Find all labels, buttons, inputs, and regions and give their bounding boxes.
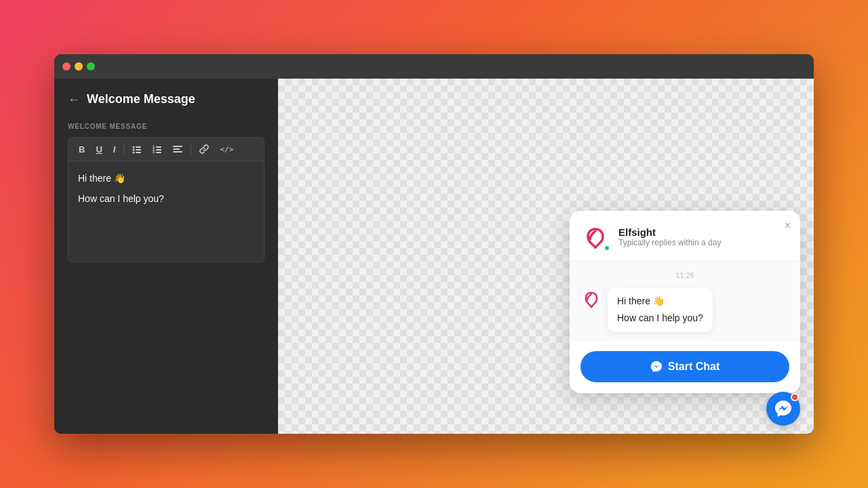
chat-brand-info: Elfsight Typically replies within a day (618, 226, 721, 247)
panel-header: ← Welcome Message (68, 92, 264, 106)
browser-titlebar (54, 54, 814, 79)
chat-avatar (580, 287, 602, 309)
left-panel: ← Welcome Message WELCOME MESSAGE B U I (54, 79, 278, 434)
toolbar-divider-2 (191, 143, 191, 155)
minimize-button[interactable] (75, 62, 83, 70)
right-panel: Elfsight Typically replies within a day … (278, 79, 814, 434)
chat-popup: Elfsight Typically replies within a day … (570, 211, 800, 393)
align-icon (173, 144, 182, 154)
italic-button[interactable]: I (108, 142, 121, 157)
browser-window: ← Welcome Message WELCOME MESSAGE B U I (54, 54, 814, 434)
close-button[interactable] (62, 62, 71, 70)
editor-line-2: How can I help you? (78, 191, 254, 206)
chat-close-button[interactable]: × (785, 220, 791, 231)
browser-content: ← Welcome Message WELCOME MESSAGE B U I (54, 79, 814, 434)
svg-point-0 (133, 146, 135, 148)
traffic-lights (62, 62, 95, 70)
svg-rect-14 (173, 151, 182, 152)
ordered-list-button[interactable]: 1. 2. 3. (148, 142, 167, 157)
fab-notification-dot (791, 393, 799, 401)
unordered-list-button[interactable] (127, 142, 146, 157)
toolbar-divider (123, 143, 124, 155)
svg-text:3.: 3. (153, 150, 156, 154)
unordered-list-icon (132, 144, 142, 154)
svg-rect-12 (173, 146, 182, 147)
editor-area[interactable]: Hi there 👋 How can I help you? (68, 161, 264, 262)
chat-status-text: Typically replies within a day (618, 238, 721, 247)
chat-avatar-svg (580, 287, 602, 309)
ordered-list-icon: 1. 2. 3. (153, 144, 162, 154)
chat-bubble-line-1: Hi there 👋 (617, 294, 703, 308)
link-icon (199, 144, 209, 154)
chat-popup-header: Elfsight Typically replies within a day … (570, 211, 800, 262)
editor-line-1: Hi there 👋 (78, 171, 254, 186)
underline-button[interactable]: U (91, 142, 106, 157)
messenger-fab-button[interactable] (766, 392, 800, 426)
svg-rect-5 (136, 152, 141, 153)
code-button[interactable]: </> (215, 143, 238, 156)
link-button[interactable] (195, 142, 214, 157)
chat-message-row: Hi there 👋 How can I help you? (580, 287, 789, 332)
section-label: WELCOME MESSAGE (68, 123, 264, 130)
editor-toolbar: B U I 1. (68, 137, 264, 161)
back-button[interactable]: ← (68, 94, 80, 106)
chat-brand-name: Elfsight (618, 226, 721, 238)
svg-rect-1 (136, 146, 141, 148)
chat-body: 11:26 Hi there 👋 How can I help you? (570, 262, 800, 342)
elfsight-logo (580, 222, 610, 251)
chat-timestamp: 11:26 (580, 271, 789, 279)
start-chat-button[interactable]: Start Chat (580, 351, 789, 382)
bold-button[interactable]: B (74, 142, 90, 157)
messenger-fab-icon (774, 400, 792, 418)
maximize-button[interactable] (87, 62, 95, 70)
page-title: Welcome Message (87, 92, 195, 106)
svg-point-4 (133, 152, 135, 154)
svg-point-2 (133, 149, 135, 151)
chat-bubble-line-2: How can I help you? (617, 311, 703, 325)
align-button[interactable] (168, 142, 187, 157)
chat-message-bubble: Hi there 👋 How can I help you? (608, 287, 713, 332)
svg-rect-7 (156, 146, 161, 148)
start-chat-label: Start Chat (668, 361, 719, 373)
svg-rect-13 (173, 148, 180, 150)
svg-rect-9 (156, 149, 161, 150)
online-status-dot (604, 245, 610, 251)
svg-rect-3 (136, 149, 141, 150)
messenger-icon (650, 361, 663, 373)
svg-rect-11 (156, 152, 161, 153)
